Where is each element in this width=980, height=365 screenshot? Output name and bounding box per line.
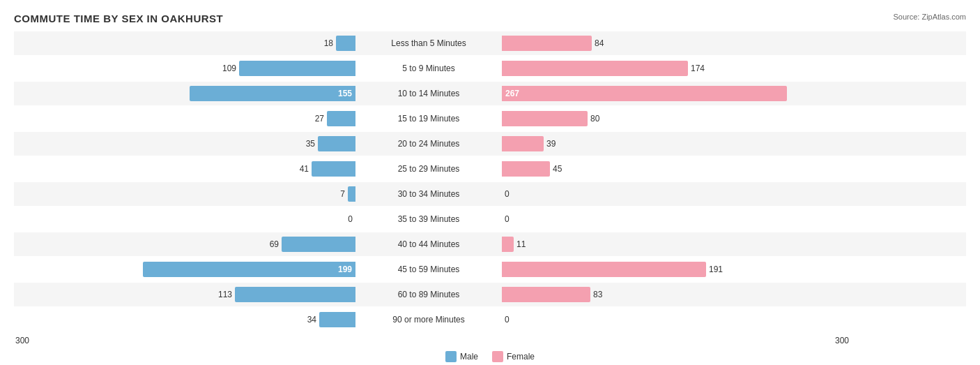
male-bar <box>282 237 355 252</box>
male-bar <box>312 161 355 177</box>
row-label: 30 to 34 Minutes <box>355 189 502 199</box>
male-bar <box>336 36 355 51</box>
left-side: 7 <box>14 182 355 206</box>
table-row: 730 to 34 Minutes0 <box>14 182 966 206</box>
right-side: 45 <box>502 157 843 181</box>
left-side: 155 <box>14 82 355 105</box>
female-value: 80 <box>590 114 599 124</box>
left-side: 69 <box>14 232 355 256</box>
male-bar <box>348 186 355 202</box>
right-side: 83 <box>502 283 843 306</box>
right-side: 0 <box>502 207 843 231</box>
legend-female: Female <box>492 351 535 362</box>
male-value: 7 <box>324 189 345 199</box>
left-side: 18 <box>14 31 355 55</box>
rows-area: 18Less than 5 Minutes841095 to 9 Minutes… <box>14 31 966 332</box>
left-side: 27 <box>14 107 355 131</box>
female-value: 0 <box>505 189 510 199</box>
female-bar <box>502 111 588 126</box>
male-value: 41 <box>288 164 309 174</box>
female-value: 84 <box>595 38 604 48</box>
female-value: 174 <box>691 64 705 73</box>
female-value: 39 <box>546 139 556 149</box>
female-value: 11 <box>516 239 526 249</box>
source-label: Source: ZipAtlas.com <box>893 13 966 21</box>
row-label: 40 to 44 Minutes <box>355 239 502 249</box>
female-value: 0 <box>505 315 510 325</box>
female-value: 45 <box>553 164 562 174</box>
row-label: 20 to 24 Minutes <box>355 139 502 149</box>
male-bar: 155 <box>190 86 355 101</box>
chart-container: COMMUTE TIME BY SEX IN OAKHURST Source: … <box>0 0 980 365</box>
right-side: 191 <box>502 258 843 281</box>
male-value: 34 <box>296 315 316 325</box>
row-label: 5 to 9 Minutes <box>355 64 502 73</box>
row-label: 15 to 19 Minutes <box>355 114 502 124</box>
right-side: 174 <box>502 57 843 80</box>
right-side: 267 <box>502 82 843 105</box>
male-legend-label: Male <box>460 352 478 362</box>
male-bar <box>239 61 355 76</box>
female-bar: 267 <box>502 86 787 101</box>
row-label: 45 to 59 Minutes <box>355 265 502 274</box>
row-label: 35 to 39 Minutes <box>355 214 502 224</box>
table-row: 15510 to 14 Minutes267 <box>14 82 966 105</box>
left-side: 41 <box>14 157 355 181</box>
row-label: 25 to 29 Minutes <box>355 164 502 174</box>
table-row: 6940 to 44 Minutes11 <box>14 232 966 256</box>
right-side: 11 <box>502 232 843 256</box>
female-value: 0 <box>505 214 510 224</box>
left-side: 34 <box>14 308 355 332</box>
female-value: 83 <box>593 290 602 299</box>
row-label: 10 to 14 Minutes <box>355 89 502 98</box>
male-bar <box>319 312 355 327</box>
axis-left: 300 <box>14 336 362 345</box>
table-row: 3520 to 24 Minutes39 <box>14 132 966 156</box>
right-side: 0 <box>502 182 843 206</box>
left-side: 35 <box>14 132 355 156</box>
male-legend-box <box>445 351 457 362</box>
row-label: 90 or more Minutes <box>355 315 502 325</box>
male-bar <box>235 287 355 302</box>
table-row: 035 to 39 Minutes0 <box>14 207 966 231</box>
chart-title: COMMUTE TIME BY SEX IN OAKHURST <box>14 13 966 24</box>
table-row: 2715 to 19 Minutes80 <box>14 107 966 131</box>
female-bar <box>502 36 592 51</box>
female-bar <box>502 287 590 302</box>
row-label: Less than 5 Minutes <box>355 38 502 48</box>
table-row: 3490 or more Minutes0 <box>14 308 966 332</box>
female-bar <box>502 161 550 177</box>
legend: Male Female <box>14 351 966 362</box>
table-row: 18Less than 5 Minutes84 <box>14 31 966 55</box>
left-side: 113 <box>14 283 355 306</box>
axis-right: 300 <box>502 336 850 345</box>
female-bar <box>502 262 706 277</box>
male-bar: 199 <box>143 262 355 277</box>
table-row: 19945 to 59 Minutes191 <box>14 258 966 281</box>
male-bar <box>318 136 355 151</box>
axis-row: 300 300 <box>14 336 966 345</box>
male-value: 69 <box>258 239 279 249</box>
female-bar <box>502 61 688 76</box>
male-value: 35 <box>294 139 315 149</box>
female-value: 191 <box>709 265 723 274</box>
right-side: 80 <box>502 107 843 131</box>
female-bar <box>502 136 544 151</box>
table-row: 1095 to 9 Minutes174 <box>14 57 966 80</box>
female-legend-label: Female <box>507 352 535 362</box>
male-value: 18 <box>312 38 333 48</box>
left-side: 199 <box>14 258 355 281</box>
table-row: 4125 to 29 Minutes45 <box>14 157 966 181</box>
male-value: 27 <box>303 114 324 124</box>
left-side: 0 <box>14 207 355 231</box>
male-bar <box>327 111 355 126</box>
right-side: 39 <box>502 132 843 156</box>
female-legend-box <box>492 351 503 362</box>
male-value: 113 <box>211 290 232 299</box>
male-value: 0 <box>332 214 353 224</box>
left-side: 109 <box>14 57 355 80</box>
female-bar <box>502 237 514 252</box>
legend-male: Male <box>445 351 478 362</box>
table-row: 11360 to 89 Minutes83 <box>14 283 966 306</box>
right-side: 84 <box>502 31 843 55</box>
